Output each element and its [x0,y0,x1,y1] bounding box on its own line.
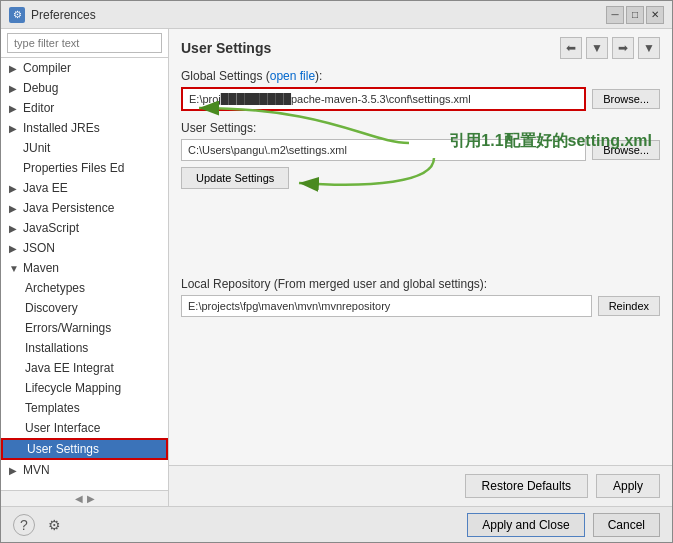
search-input[interactable] [7,33,162,53]
restore-defaults-button[interactable]: Restore Defaults [465,474,588,498]
expand-icon: ▶ [9,203,21,214]
panel-header: User Settings ⬅ ▼ ➡ ▼ [169,29,672,63]
scroll-indicator: ◀ ▶ [1,490,168,506]
search-box [1,29,168,58]
global-settings-section: Global Settings (open file): Browse... [181,69,660,111]
scroll-right-icon[interactable]: ▶ [87,493,95,504]
sidebar-item-javascript[interactable]: ▶ JavaScript [1,218,168,238]
sidebar-item-java-ee[interactable]: ▶ Java EE [1,178,168,198]
config-icon: ⚙ [48,517,61,533]
global-settings-input[interactable] [181,87,586,111]
apply-button[interactable]: Apply [596,474,660,498]
reindex-button[interactable]: Reindex [598,296,660,316]
sidebar-item-installations[interactable]: Installations [1,338,168,358]
expand-icon: ▶ [9,63,21,74]
minimize-button[interactable]: ─ [606,6,624,24]
sidebar-item-discovery[interactable]: Discovery [1,298,168,318]
global-settings-browse-button[interactable]: Browse... [592,89,660,109]
main-content: ▶ Compiler ▶ Debug ▶ Editor ▶ Installed … [1,29,672,506]
local-repo-section: Local Repository (From merged user and g… [181,277,660,317]
collapse-icon: ▼ [9,263,21,274]
sidebar-item-templates[interactable]: Templates [1,398,168,418]
sidebar-item-maven[interactable]: ▼ Maven [1,258,168,278]
expand-icon: ▶ [9,465,21,476]
title-bar: ⚙ Preferences ─ □ ✕ [1,1,672,29]
sidebar-item-errors-warnings[interactable]: Errors/Warnings [1,318,168,338]
expand-icon: ▶ [9,183,21,194]
local-repo-input-row: Reindex [181,295,660,317]
sidebar: ▶ Compiler ▶ Debug ▶ Editor ▶ Installed … [1,29,169,506]
sidebar-item-installed-jres[interactable]: ▶ Installed JREs [1,118,168,138]
cancel-button[interactable]: Cancel [593,513,660,537]
sidebar-item-java-persistence[interactable]: ▶ Java Persistence [1,198,168,218]
bottom-bar: ? ⚙ Apply and Close Cancel [1,506,672,542]
panel-body: Global Settings (open file): Browse... U… [169,63,672,465]
expand-icon: ▶ [9,243,21,254]
scroll-left-icon[interactable]: ◀ [75,493,83,504]
sidebar-item-compiler[interactable]: ▶ Compiler [1,58,168,78]
global-settings-label: Global Settings (open file): [181,69,660,83]
sidebar-item-properties[interactable]: Properties Files Ed [1,158,168,178]
maximize-button[interactable]: □ [626,6,644,24]
window-icon: ⚙ [9,7,25,23]
window-controls: ─ □ ✕ [606,6,664,24]
expand-icon: ▶ [9,223,21,234]
sidebar-item-user-interface[interactable]: User Interface [1,418,168,438]
sidebar-item-mvn[interactable]: ▶ MVN [1,460,168,480]
close-button[interactable]: ✕ [646,6,664,24]
spacer-icon [9,163,21,174]
sidebar-item-java-ee-integration[interactable]: Java EE Integrat [1,358,168,378]
menu-button[interactable]: ▼ [638,37,660,59]
update-settings-button[interactable]: Update Settings [181,167,289,189]
sidebar-item-editor[interactable]: ▶ Editor [1,98,168,118]
global-settings-input-row: Browse... [181,87,660,111]
panel-title: User Settings [181,40,271,56]
settings-button[interactable]: ⚙ [43,514,65,536]
tree-container[interactable]: ▶ Compiler ▶ Debug ▶ Editor ▶ Installed … [1,58,168,490]
header-buttons: ⬅ ▼ ➡ ▼ [560,37,660,59]
expand-icon: ▶ [9,123,21,134]
sidebar-item-archetypes[interactable]: Archetypes [1,278,168,298]
back-button[interactable]: ⬅ [560,37,582,59]
annotation-text: 引用1.1配置好的setting.xml [449,131,652,152]
sidebar-item-user-settings[interactable]: User Settings [1,438,168,460]
panel-footer: Restore Defaults Apply [169,465,672,506]
local-repo-input[interactable] [181,295,592,317]
local-repo-label: Local Repository (From merged user and g… [181,277,660,291]
open-file-link[interactable]: open file [270,69,315,83]
help-icon: ? [20,517,28,533]
dropdown-button[interactable]: ▼ [586,37,608,59]
sidebar-item-junit[interactable]: JUnit [1,138,168,158]
expand-icon: ▶ [9,83,21,94]
apply-and-close-button[interactable]: Apply and Close [467,513,584,537]
help-button[interactable]: ? [13,514,35,536]
preferences-window: ⚙ Preferences ─ □ ✕ ▶ Compiler ▶ Deb [0,0,673,543]
sidebar-item-lifecycle-mapping[interactable]: Lifecycle Mapping [1,378,168,398]
expand-icon: ▶ [9,103,21,114]
forward-button[interactable]: ➡ [612,37,634,59]
spacer-icon [9,143,21,154]
sidebar-item-json[interactable]: ▶ JSON [1,238,168,258]
right-panel: User Settings ⬅ ▼ ➡ ▼ Global Settings (o… [169,29,672,506]
sidebar-item-debug[interactable]: ▶ Debug [1,78,168,98]
window-title: Preferences [31,8,606,22]
